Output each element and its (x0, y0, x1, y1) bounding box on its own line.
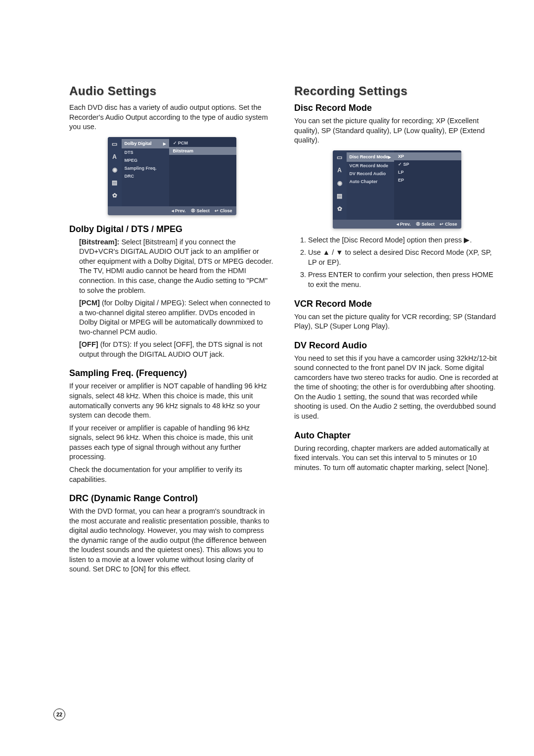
osd-menu-item: DV Record Audio (347, 170, 395, 178)
drc-heading: DRC (Dynamic Range Control) (69, 493, 274, 504)
bitstream-body: Select [Bitstream] if you connect the DV… (79, 238, 273, 294)
osd-menu-item: VCR Record Mode (347, 162, 395, 170)
osd-opt-item: LP (394, 168, 461, 176)
off-para: [OFF] (for DTS): If you select [OFF], th… (79, 340, 274, 359)
vcr-p1: You can set the picture quality for VCR … (294, 312, 499, 331)
bitstream-label: [Bitstream]: (79, 238, 121, 246)
osd-menu-item: Sampling Freq. (122, 164, 169, 172)
osd-menu-item: Auto Chapter (347, 178, 395, 186)
page-number: 22 (53, 709, 65, 720)
osd-menu-item: DRC (122, 172, 169, 180)
manual-page: Audio Settings Each DVD disc has a varie… (0, 0, 534, 756)
disc-record-steps: Select the [Disc Record Mode] option the… (294, 236, 499, 290)
step-3: Press ENTER to confirm your selection, t… (308, 270, 499, 289)
osd-footer: ◂ Prev. ⦿ Select ↩ Close (333, 220, 461, 229)
dolby-block: [Bitstream]: Select [Bitstream] if you c… (69, 237, 274, 360)
pcm-label: [PCM] (79, 299, 102, 307)
sampling-p2: If your receiver or amplifier is capable… (69, 424, 274, 462)
list-icon: ▤ (111, 179, 119, 187)
osd-foot-prev: ◂ Prev. (397, 222, 411, 227)
left-column: Audio Settings Each DVD disc has a varie… (69, 84, 274, 577)
osd-body: ▭ A ◉ ▤ ✿ Disc Record Mode▸ VCR Record M… (333, 150, 461, 220)
osd-opts-list: PCM Bitstream (169, 137, 236, 206)
osd-footer: ◂ Prev. ⦿ Select ↩ Close (108, 206, 236, 215)
osd-opt-item: EP (394, 176, 461, 184)
auto-chapter-heading: Auto Chapter (294, 430, 499, 441)
two-column-layout: Audio Settings Each DVD disc has a varie… (69, 84, 499, 577)
chevron-right-icon: ▸ (163, 141, 166, 147)
pcm-para: [PCM] (for Dolby Digital / MPEG): Select… (79, 298, 274, 337)
step-2: Use ▲ / ▼ to select a desired Disc Recor… (308, 248, 499, 267)
osd-foot-select: ⦿ Select (416, 222, 435, 227)
right-column: Recording Settings Disc Record Mode You … (294, 84, 499, 577)
drc-p1: With the DVD format, you can hear a prog… (69, 507, 274, 574)
osd-opt-item: XP (394, 152, 461, 160)
osd-menu-item: MPEG (122, 156, 169, 164)
auto-p1: During recording, chapter markers are ad… (294, 444, 499, 473)
osd-menu-item: DTS (122, 148, 169, 156)
osd-opt-item: PCM (169, 139, 236, 147)
dv-record-audio-heading: DV Record Audio (294, 340, 499, 351)
audio-settings-heading: Audio Settings (69, 84, 274, 98)
osd-menu-list: Disc Record Mode▸ VCR Record Mode DV Rec… (347, 150, 395, 220)
osd-foot-select: ⦿ Select (191, 208, 210, 213)
dolby-heading: Dolby Digital / DTS / MPEG (69, 224, 274, 235)
osd-menu-label: Disc Record Mode (350, 154, 389, 159)
chevron-right-icon: ▸ (388, 154, 391, 160)
letter-a-icon: A (111, 153, 119, 161)
letter-a-icon: A (336, 166, 344, 174)
osd-foot-prev: ◂ Prev. (172, 208, 186, 213)
sampling-heading: Sampling Freq. (Frequency) (69, 368, 274, 378)
osd-opts-list: XP SP LP EP (394, 150, 461, 220)
osd-opt-item: Bitstream (169, 147, 236, 155)
gear-icon: ✿ (111, 191, 119, 199)
osd-menu-item: Disc Record Mode▸ (347, 152, 395, 162)
disc-icon: ◉ (336, 179, 344, 187)
recording-settings-heading: Recording Settings (294, 84, 499, 98)
sampling-p3: Check the documentation for your amplifi… (69, 465, 274, 484)
audio-osd-screenshot: ▭ A ◉ ▤ ✿ Dolby Digital▸ DTS MPEG Sampli… (108, 137, 236, 215)
sampling-p1: If your receiver or amplifier is NOT cap… (69, 381, 274, 420)
recording-osd-screenshot: ▭ A ◉ ▤ ✿ Disc Record Mode▸ VCR Record M… (333, 150, 461, 229)
disc-record-heading: Disc Record Mode (294, 103, 499, 113)
pcm-body: (for Dolby Digital / MPEG): Select when … (79, 299, 270, 336)
osd-menu-item: Dolby Digital▸ (122, 139, 169, 148)
osd-foot-close: ↩ Close (440, 222, 457, 227)
gear-icon: ✿ (336, 205, 344, 213)
off-label: [OFF] (79, 340, 100, 348)
osd-menu-list: Dolby Digital▸ DTS MPEG Sampling Freq. D… (122, 137, 169, 206)
osd-opt-item: SP (394, 160, 461, 168)
dvaudio-p1: You need to set this if you have a camco… (294, 354, 499, 422)
step-1: Select the [Disc Record Mode] option the… (308, 236, 499, 245)
osd-foot-close: ↩ Close (215, 208, 232, 213)
disc-icon: ◉ (111, 166, 119, 174)
tv-icon: ▭ (111, 140, 119, 148)
list-icon: ▤ (336, 192, 344, 200)
disc-record-p1: You can set the picture quality for reco… (294, 116, 499, 145)
osd-menu-label: Dolby Digital (125, 141, 152, 146)
audio-intro: Each DVD disc has a variety of audio out… (69, 103, 274, 132)
osd-icon-col: ▭ A ◉ ▤ ✿ (333, 150, 347, 220)
osd-icon-col: ▭ A ◉ ▤ ✿ (108, 137, 122, 206)
vcr-record-heading: VCR Record Mode (294, 299, 499, 309)
tv-icon: ▭ (336, 153, 344, 161)
off-body: (for DTS): If you select [OFF], the DTS … (79, 340, 263, 358)
osd-body: ▭ A ◉ ▤ ✿ Dolby Digital▸ DTS MPEG Sampli… (108, 137, 236, 206)
bitstream-para: [Bitstream]: Select [Bitstream] if you c… (79, 237, 274, 295)
